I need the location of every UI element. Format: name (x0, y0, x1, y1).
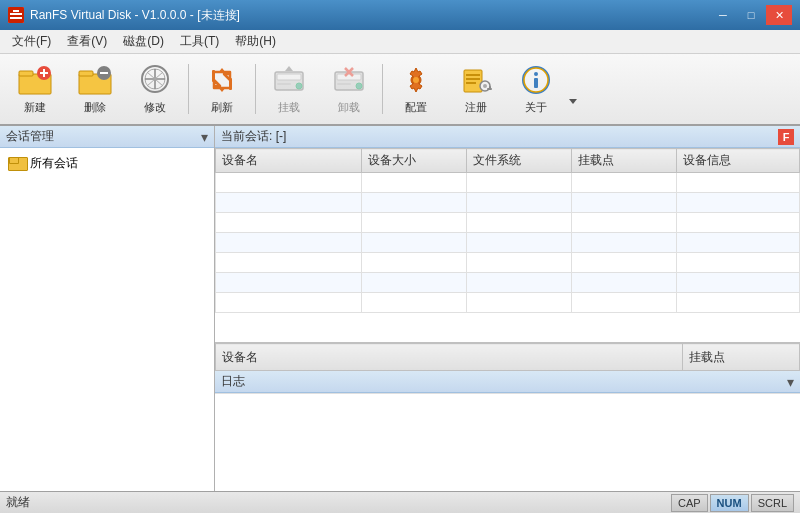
table-row[interactable] (216, 253, 800, 273)
register-label: 注册 (465, 100, 487, 115)
svg-rect-10 (79, 71, 93, 76)
unmount-button[interactable]: 卸载 (320, 58, 378, 120)
status-bar: 就绪 CAP NUM SCRL (0, 491, 800, 513)
mount-label: 挂载 (278, 100, 300, 115)
sidebar-item-all-sessions[interactable]: 所有会话 (4, 152, 210, 175)
about-button[interactable]: 关于 (507, 58, 565, 120)
device-col-name: 设备名 (216, 344, 683, 371)
svg-rect-18 (229, 78, 232, 90)
title-bar: RanFS Virtual Disk - V1.0.0.0 - [未连接] ─ … (0, 0, 800, 30)
toolbar-separator-1 (188, 64, 189, 114)
svg-point-28 (356, 83, 362, 89)
menu-disk[interactable]: 磁盘(D) (115, 31, 172, 52)
minimize-button[interactable]: ─ (710, 5, 736, 25)
toolbar-separator-2 (255, 64, 256, 114)
log-content[interactable] (215, 393, 800, 491)
menu-view[interactable]: 查看(V) (59, 31, 115, 52)
table-row[interactable] (216, 173, 800, 193)
menu-tools[interactable]: 工具(T) (172, 31, 227, 52)
log-section: 日志 ▾ (215, 371, 800, 491)
sidebar-content: 所有会话 (0, 148, 214, 491)
table-row[interactable] (216, 233, 800, 253)
svg-rect-34 (464, 70, 482, 92)
toolbar: 新建 删除 修改 (0, 54, 800, 126)
log-pin-button[interactable]: ▾ (787, 374, 794, 390)
cap-key: CAP (671, 494, 708, 512)
svg-point-23 (296, 83, 302, 89)
svg-rect-27 (337, 74, 361, 80)
svg-marker-20 (218, 87, 226, 92)
svg-marker-19 (218, 68, 226, 73)
svg-rect-41 (489, 86, 491, 90)
svg-rect-1 (10, 13, 22, 15)
config-icon (398, 63, 434, 96)
register-button[interactable]: 注册 (447, 58, 505, 120)
table-row[interactable] (216, 213, 800, 233)
col-device-name: 设备名 (216, 149, 362, 173)
col-device-size: 设备大小 (362, 149, 467, 173)
menu-help[interactable]: 帮助(H) (227, 31, 284, 52)
status-keys: CAP NUM SCRL (669, 494, 794, 512)
svg-rect-44 (534, 78, 538, 88)
svg-rect-37 (466, 82, 476, 84)
sidebar: 会话管理 ▾ 所有会话 (0, 126, 215, 491)
table-row[interactable] (216, 193, 800, 213)
svg-rect-22 (277, 74, 301, 80)
mount-icon (271, 63, 307, 96)
modify-button[interactable]: 修改 (126, 58, 184, 120)
table-row[interactable] (216, 273, 800, 293)
table-row[interactable] (216, 293, 800, 313)
dropdown-arrow-icon (569, 99, 577, 104)
svg-rect-5 (19, 71, 33, 76)
svg-marker-25 (285, 66, 293, 71)
new-icon (17, 63, 53, 96)
main-data-table: 设备名 设备大小 文件系统 挂载点 设备信息 (215, 148, 800, 313)
log-title: 日志 (221, 373, 245, 390)
refresh-label: 刷新 (211, 100, 233, 115)
panel-f-icon: F (778, 129, 794, 145)
panel-header: 当前会话: [-] F (215, 126, 800, 148)
about-label: 关于 (525, 100, 547, 115)
sidebar-title: 会话管理 (6, 128, 54, 145)
device-col-mount: 挂载点 (683, 344, 800, 371)
log-header: 日志 ▾ (215, 371, 800, 393)
svg-rect-2 (13, 10, 19, 12)
mount-button[interactable]: 挂载 (260, 58, 318, 120)
svg-point-33 (413, 77, 419, 83)
svg-point-39 (483, 84, 487, 88)
about-icon (518, 63, 554, 96)
delete-label: 删除 (84, 100, 106, 115)
status-text: 就绪 (6, 494, 30, 511)
config-button[interactable]: 配置 (387, 58, 445, 120)
folder-icon (8, 157, 26, 171)
menu-file[interactable]: 文件(F) (4, 31, 59, 52)
panel-title: 当前会话: [-] (221, 128, 286, 145)
new-button[interactable]: 新建 (6, 58, 64, 120)
delete-icon (77, 63, 113, 96)
svg-rect-36 (466, 78, 480, 80)
close-button[interactable]: ✕ (766, 5, 792, 25)
unmount-icon (331, 63, 367, 96)
config-label: 配置 (405, 100, 427, 115)
toolbar-separator-3 (382, 64, 383, 114)
refresh-button[interactable]: 刷新 (193, 58, 251, 120)
svg-rect-29 (337, 83, 351, 85)
register-icon (458, 63, 494, 96)
window-title: RanFS Virtual Disk - V1.0.0.0 - [未连接] (30, 7, 240, 24)
new-label: 新建 (24, 100, 46, 115)
col-device-info: 设备信息 (677, 149, 800, 173)
device-table-section: 设备名 挂载点 (215, 343, 800, 371)
col-filesystem: 文件系统 (467, 149, 572, 173)
svg-rect-12 (100, 72, 108, 74)
modify-icon (137, 63, 173, 96)
toolbar-dropdown[interactable] (567, 58, 579, 120)
device-table: 设备名 挂载点 (215, 343, 800, 371)
sidebar-item-label: 所有会话 (30, 155, 78, 172)
svg-rect-3 (10, 17, 22, 19)
delete-button[interactable]: 删除 (66, 58, 124, 120)
maximize-button[interactable]: □ (738, 5, 764, 25)
sidebar-pin-button[interactable]: ▾ (201, 129, 208, 145)
svg-rect-17 (212, 70, 215, 82)
svg-point-43 (534, 72, 538, 76)
modify-label: 修改 (144, 100, 166, 115)
